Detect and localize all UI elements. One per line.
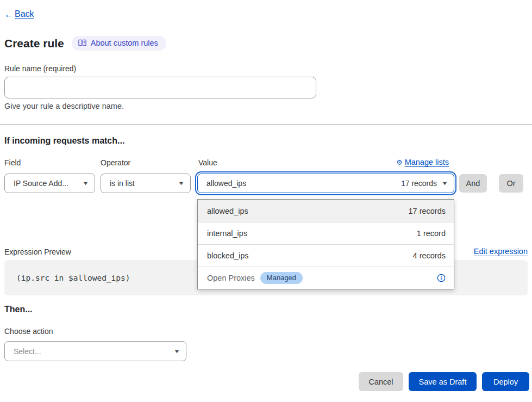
expression-preview-label: Expression Preview <box>4 248 71 256</box>
value-label: Value <box>198 158 217 167</box>
back-link-label: Back <box>15 9 34 19</box>
value-dropdown-panel: allowed_ips 17 records internal_ips 1 re… <box>197 199 454 289</box>
cancel-button[interactable]: Cancel <box>359 372 403 391</box>
field-select[interactable]: IP Source Add... ▼ <box>4 174 95 193</box>
dropdown-item-name: blocked_ips <box>207 251 249 260</box>
book-icon <box>78 39 86 47</box>
action-select[interactable]: Select... ▼ <box>4 341 186 361</box>
gear-icon: ⚙ <box>396 159 403 166</box>
value-select-count: 17 records <box>401 179 437 188</box>
value-select-name: allowed_ips <box>206 179 246 188</box>
and-button[interactable]: And <box>459 174 487 193</box>
dropdown-item-name: allowed_ips <box>207 207 248 215</box>
match-section-heading: If incoming requests match... <box>4 136 124 146</box>
operator-select-value: is in list <box>110 179 173 188</box>
chevron-down-icon: ▼ <box>178 181 184 186</box>
about-custom-rules-link[interactable]: About custom rules <box>72 36 166 51</box>
dropdown-item-blocked-ips[interactable]: blocked_ips 4 records <box>198 244 454 267</box>
operator-select[interactable]: is in list ▼ <box>101 174 191 193</box>
rule-name-label: Rule name (required) <box>4 64 76 73</box>
rule-name-input[interactable] <box>4 77 316 98</box>
page-title: Create rule <box>4 37 64 50</box>
dropdown-item-open-proxies[interactable]: Open Proxies Managed <box>198 267 454 289</box>
manage-lists-link[interactable]: ⚙ Manage lists <box>396 158 455 166</box>
about-custom-rules-label: About custom rules <box>91 39 158 47</box>
save-as-draft-button[interactable]: Save as Draft <box>409 372 477 391</box>
dropdown-item-name: internal_ips <box>207 229 247 238</box>
dropdown-item-count: 17 records <box>408 207 446 215</box>
dropdown-item-name: Open Proxies <box>207 274 255 282</box>
value-select[interactable]: allowed_ips 17 records ▼ <box>197 174 454 193</box>
manage-lists-label: Manage lists <box>405 158 449 166</box>
dropdown-item-allowed-ips[interactable]: allowed_ips 17 records <box>198 200 454 222</box>
dropdown-item-count: 1 record <box>417 229 446 238</box>
action-select-placeholder: Select... <box>14 347 169 356</box>
edit-expression-link[interactable]: Edit expression <box>474 247 528 256</box>
chevron-down-icon: ▼ <box>441 181 448 186</box>
expression-code: (ip.src in $allowed_ips) <box>16 274 130 282</box>
or-button[interactable]: Or <box>499 174 523 193</box>
chevron-down-icon: ▼ <box>82 181 89 186</box>
dropdown-item-count: 4 records <box>413 251 446 260</box>
dropdown-item-internal-ips[interactable]: internal_ips 1 record <box>198 222 454 244</box>
create-rule-page: ← Back Create rule About custom rules Ru… <box>0 0 532 402</box>
back-link[interactable]: ← Back <box>4 9 34 19</box>
field-select-value: IP Source Add... <box>14 179 78 188</box>
choose-action-label: Choose action <box>4 327 53 336</box>
field-label: Field <box>4 158 21 167</box>
chevron-down-icon: ▼ <box>173 349 180 354</box>
rule-name-helper: Give your rule a descriptive name. <box>4 102 124 110</box>
info-icon[interactable] <box>437 274 446 282</box>
deploy-button[interactable]: Deploy <box>482 372 529 391</box>
section-divider <box>0 124 532 125</box>
title-row: Create rule About custom rules <box>4 36 166 51</box>
then-section-heading: Then... <box>4 305 33 314</box>
managed-badge: Managed <box>260 272 303 284</box>
operator-label: Operator <box>101 158 130 167</box>
back-arrow-icon: ← <box>4 10 14 19</box>
